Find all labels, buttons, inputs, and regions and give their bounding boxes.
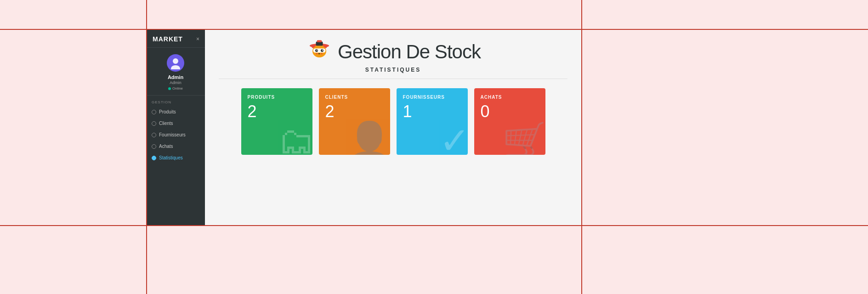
app-header: Gestion De Stock STATISTIQUES — [306, 38, 481, 73]
svg-point-1 — [171, 65, 180, 69]
stat-label: FOURNISSEURS — [403, 95, 461, 100]
sidebar-user-profile: Admin Admin Online — [146, 48, 205, 96]
stat-value: 2 — [325, 103, 384, 120]
user-status: Online — [168, 86, 183, 90]
guide-line-top — [0, 29, 868, 30]
stat-bg-icon: ✓ — [439, 123, 468, 155]
app-wrapper: MARKET × Admin Admin Online Gestion Prod… — [146, 29, 581, 225]
status-indicator — [168, 87, 171, 90]
nav-icon — [152, 110, 156, 114]
sidebar-header: MARKET × — [146, 29, 205, 48]
svg-rect-14 — [317, 40, 322, 43]
svg-rect-5 — [313, 49, 326, 53]
user-name: Admin — [168, 74, 183, 80]
sidebar-nav-item-statistiques[interactable]: Statistiques — [146, 152, 205, 164]
svg-rect-11 — [318, 53, 320, 54]
nav-label: Clients — [159, 121, 173, 126]
stat-card-achats: ACHATS0🛒 — [474, 88, 545, 155]
section-label: Gestion — [146, 96, 205, 106]
sidebar-nav-item-achats[interactable]: Achats — [146, 141, 205, 152]
svg-point-0 — [173, 58, 178, 64]
stat-value: 2 — [248, 103, 306, 120]
active-nav-icon — [152, 156, 156, 160]
svg-rect-10 — [316, 53, 318, 54]
svg-rect-12 — [321, 53, 323, 54]
app-subtitle: STATISTIQUES — [365, 67, 421, 73]
nav-icon — [152, 144, 156, 149]
user-role: Admin — [170, 80, 182, 85]
guide-line-bottom — [0, 225, 868, 226]
sidebar-title: MARKET — [153, 35, 183, 43]
svg-point-7 — [317, 50, 318, 51]
guide-line-left — [146, 0, 147, 294]
app-title: Gestion De Stock — [338, 41, 481, 63]
sidebar-nav: Gestion ProduitsClientsFournisseursAchat… — [146, 96, 205, 225]
sidebar-nav-item-clients[interactable]: Clients — [146, 118, 205, 129]
header-divider — [219, 79, 567, 79]
title-row: Gestion De Stock — [306, 38, 481, 66]
nav-label: Achats — [159, 144, 173, 149]
ninja-logo — [306, 38, 333, 66]
stat-label: ACHATS — [481, 95, 539, 100]
status-text: Online — [172, 86, 183, 90]
stat-value: 1 — [403, 103, 461, 120]
close-icon[interactable]: × — [196, 36, 199, 42]
svg-point-9 — [322, 50, 323, 51]
nav-label: Produits — [159, 109, 176, 114]
avatar — [167, 54, 184, 72]
stat-value: 0 — [481, 103, 539, 120]
nav-label: Fournisseurs — [159, 132, 186, 137]
nav-label: Statistiques — [159, 155, 183, 160]
stat-card-produits: PRODUITS2🗂 — [241, 88, 312, 155]
stat-bg-icon: 🛒 — [502, 123, 545, 155]
sidebar: MARKET × Admin Admin Online Gestion Prod… — [146, 29, 205, 225]
stat-card-clients: CLIENTS2👤 — [319, 88, 390, 155]
stat-label: CLIENTS — [325, 95, 384, 100]
stat-label: PRODUITS — [248, 95, 306, 100]
stat-card-fournisseurs: FOURNISSEURS1✓ — [397, 88, 468, 155]
main-content: Gestion De Stock STATISTIQUES PRODUITS2🗂… — [205, 29, 581, 225]
sidebar-nav-item-fournisseurs[interactable]: Fournisseurs — [146, 129, 205, 141]
nav-icon — [152, 133, 156, 137]
guide-line-right — [581, 0, 582, 294]
stat-bg-icon: 👤 — [346, 123, 390, 155]
stat-bg-icon: 🗂 — [278, 123, 312, 155]
sidebar-nav-item-produits[interactable]: Produits — [146, 106, 205, 118]
nav-icon — [152, 121, 156, 126]
stats-grid: PRODUITS2🗂CLIENTS2👤FOURNISSEURS1✓ACHATS0… — [241, 88, 545, 155]
